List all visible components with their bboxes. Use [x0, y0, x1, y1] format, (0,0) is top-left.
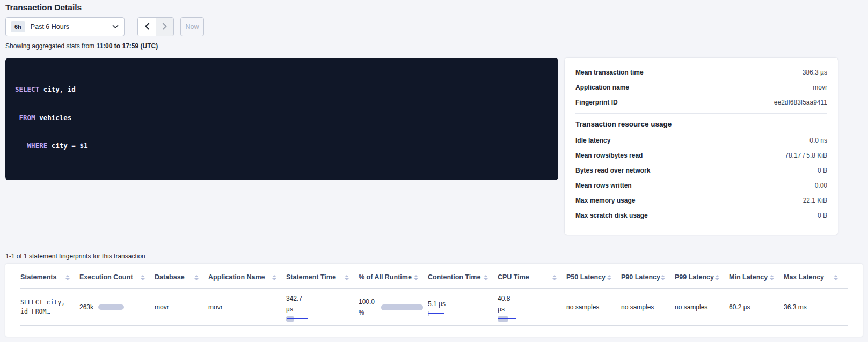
chevron-left-icon [144, 23, 150, 32]
application-name-cell: movr [208, 303, 286, 311]
p50-latency-cell: no samples [566, 303, 621, 311]
statements-table-caption: 1-1 of 1 statement fingerprints for this… [5, 252, 145, 260]
pct-runtime-bar [381, 304, 423, 310]
chevron-right-icon [162, 23, 167, 32]
statements-table-header: Statements Execution Count Database Appl… [20, 264, 848, 289]
time-range-badge: 6h [11, 21, 25, 32]
contention-time-bar [428, 311, 446, 316]
p90-latency-cell: no samples [621, 303, 675, 311]
statement-time-bar [286, 316, 309, 322]
sort-icon[interactable] [607, 275, 611, 280]
column-header-max-latency[interactable]: Max Latency [784, 273, 848, 284]
column-header-pct-of-all-runtime[interactable]: % of All Runtime [359, 273, 428, 284]
resource-usage-heading: Transaction resource usage [575, 116, 827, 133]
sort-icon[interactable] [552, 275, 557, 280]
min-latency-cell: 60.2 µs [729, 303, 784, 311]
column-header-contention-time[interactable]: Contention Time [428, 273, 498, 284]
execution-count-bar [98, 304, 124, 310]
summary-row-application-name: Application name movr [575, 80, 827, 95]
resource-row-max-memory-usage: Max memory usage 22.1 KiB [575, 193, 827, 208]
page-title: Transaction Details [5, 3, 82, 12]
column-header-execution-count[interactable]: Execution Count [79, 273, 155, 284]
time-picker-row: 6h Past 6 Hours Now [5, 17, 204, 36]
sort-icon[interactable] [834, 275, 838, 280]
database-cell: movr [155, 303, 208, 311]
time-nav-group [137, 17, 174, 36]
summary-divider [575, 113, 827, 114]
max-latency-cell: 36.3 ms [784, 303, 848, 311]
resource-row-mean-rows-bytes-read: Mean rows/bytes read 78.17 / 5.8 KiB [575, 148, 827, 163]
pct-runtime-cell: 100.0 % [359, 296, 428, 318]
sort-icon[interactable] [715, 275, 719, 280]
next-range-button[interactable] [156, 18, 173, 36]
now-button[interactable]: Now [180, 17, 204, 36]
transaction-summary-card: Mean transaction time 386.3 µs Applicati… [565, 58, 838, 235]
stats-range: 11:00 to 17:59 (UTC) [96, 42, 158, 50]
sort-icon[interactable] [65, 275, 70, 280]
sql-line: FROM vehicles [15, 113, 549, 123]
column-header-p50-latency[interactable]: P50 Latency [566, 273, 621, 284]
sort-icon[interactable] [770, 275, 774, 280]
contention-time-cell: 5.1 µs [428, 299, 498, 316]
sql-statement-box: SELECT city, id FROM vehicles WHERE city… [5, 58, 558, 180]
summary-row-fingerprint-id: Fingerprint ID ee2df683f5aa9411 [575, 95, 827, 110]
cpu-time-bar [498, 316, 520, 322]
sort-icon[interactable] [414, 275, 418, 280]
section-divider [0, 249, 868, 249]
column-header-database[interactable]: Database [155, 273, 208, 284]
statement-row: SELECT city,id FROM… 263k movr movr 342.… [20, 289, 848, 326]
column-header-p99-latency[interactable]: P99 Latency [675, 273, 729, 284]
sql-line: WHERE city = $1 [15, 141, 549, 151]
statements-table: Statements Execution Count Database Appl… [5, 264, 863, 337]
column-header-statements[interactable]: Statements [20, 273, 79, 284]
resource-row-idle-latency: Idle latency 0.0 ns [575, 133, 827, 148]
sql-line: SELECT city, id [15, 85, 549, 94]
resource-row-max-scratch-disk-usage: Max scratch disk usage 0 B [575, 208, 827, 223]
previous-range-button[interactable] [138, 18, 156, 36]
column-header-cpu-time[interactable]: CPU Time [498, 273, 566, 284]
sort-icon[interactable] [272, 275, 276, 280]
column-header-application-name[interactable]: Application Name [208, 273, 286, 284]
sort-icon[interactable] [345, 275, 349, 280]
time-range-label: Past 6 Hours [31, 23, 112, 31]
chevron-down-icon [112, 25, 119, 29]
p99-latency-cell: no samples [675, 303, 729, 311]
summary-row-mean-transaction-time: Mean transaction time 386.3 µs [575, 65, 827, 80]
aggregated-stats-line: Showing aggregated stats from 11:00 to 1… [5, 42, 158, 50]
sort-icon[interactable] [194, 275, 199, 280]
statement-time-cell: 342.7 µs [286, 293, 359, 322]
cpu-time-cell: 40.8 µs [498, 293, 566, 322]
sort-icon[interactable] [484, 275, 488, 280]
sort-icon[interactable] [661, 275, 665, 280]
statement-link[interactable]: SELECT city,id FROM… [20, 298, 79, 316]
sort-icon[interactable] [141, 275, 145, 280]
column-header-statement-time[interactable]: Statement Time [286, 273, 359, 284]
column-header-min-latency[interactable]: Min Latency [729, 273, 784, 284]
resource-row-mean-rows-written: Mean rows written 0.00 [575, 178, 827, 193]
execution-count-cell: 263k [79, 303, 155, 311]
time-range-dropdown[interactable]: 6h Past 6 Hours [5, 17, 125, 36]
resource-row-bytes-read-over-network: Bytes read over network 0 B [575, 163, 827, 178]
column-header-p90-latency[interactable]: P90 Latency [621, 273, 675, 284]
